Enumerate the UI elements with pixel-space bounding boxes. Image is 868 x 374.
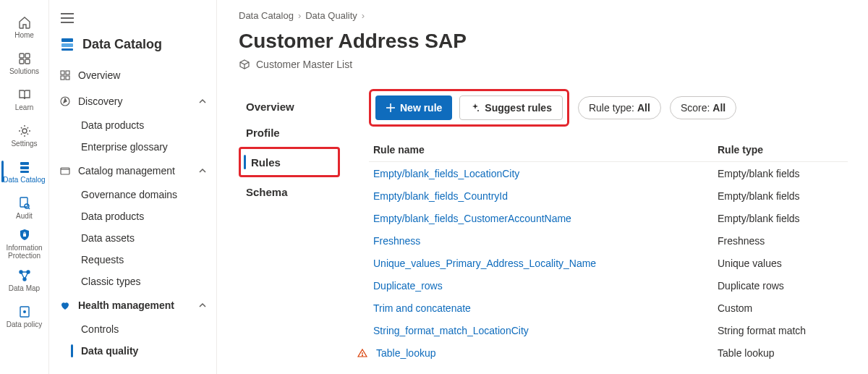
nav-data-assets[interactable]: Data assets — [49, 227, 216, 249]
chevron-right-icon: › — [298, 10, 301, 21]
nav-gov-domains[interactable]: Governance domains — [49, 184, 216, 205]
folder-icon — [59, 165, 71, 177]
rules-panel: New rule Suggest rules Rule type: All Sc… — [369, 89, 848, 364]
svg-point-16 — [23, 310, 26, 313]
heart-pulse-icon — [59, 299, 71, 311]
svg-rect-5 — [20, 162, 29, 165]
table-row: String_format_match_LocationCityString f… — [369, 319, 848, 341]
table-row: Table_lookupTable lookup — [369, 341, 848, 364]
main-content: Data Catalog › Data Quality › Customer A… — [217, 0, 868, 374]
policy-icon — [17, 305, 32, 319]
rule-link[interactable]: String_format_match_LocationCity — [369, 325, 718, 336]
col-rule-name[interactable]: Rule name — [369, 144, 718, 156]
tab-schema[interactable]: Schema — [239, 179, 340, 205]
rule-link[interactable]: Unique_values_Primary_Address_Locality_N… — [369, 258, 718, 269]
nav-catalog-mgmt[interactable]: Catalog management — [49, 158, 216, 184]
new-rule-button[interactable]: New rule — [375, 95, 452, 120]
nav-classic-types[interactable]: Classic types — [49, 271, 216, 292]
search-file-icon — [17, 196, 32, 211]
chevron-right-icon: › — [362, 10, 365, 21]
tab-overview[interactable]: Overview — [239, 93, 340, 119]
table-row: Empty/blank_fields_CountryIdEmpty/blank … — [369, 184, 848, 207]
rule-type-cell: Custom — [718, 302, 848, 314]
rule-link[interactable]: Empty/blank_fields_LocationCity — [369, 168, 718, 179]
nav-cm-data-products[interactable]: Data products — [49, 205, 216, 227]
nav-requests[interactable]: Requests — [49, 249, 216, 271]
rail-home[interactable]: Home — [0, 9, 49, 45]
svg-rect-24 — [66, 71, 69, 75]
network-icon — [17, 268, 32, 283]
tab-profile[interactable]: Profile — [239, 119, 340, 145]
nav-data-quality[interactable]: Data quality — [49, 340, 216, 362]
hamburger-icon[interactable] — [61, 13, 74, 23]
table-row: Duplicate_rowsDuplicate rows — [369, 274, 848, 297]
svg-rect-0 — [20, 54, 24, 58]
rule-link[interactable]: Duplicate_rows — [369, 280, 718, 292]
rail-learn[interactable]: Learn — [0, 81, 49, 117]
nav-discovery-glossary[interactable]: Enterprise glossary — [49, 136, 216, 158]
nav-title-row: Data Catalog — [49, 29, 216, 62]
home-icon — [17, 15, 32, 30]
svg-rect-6 — [20, 166, 29, 169]
overview-icon — [59, 69, 71, 81]
chevron-up-icon — [197, 300, 208, 310]
table-body: Empty/blank_fields_LocationCityEmpty/bla… — [369, 162, 848, 364]
filter-score[interactable]: Score: All — [670, 96, 736, 119]
book-icon — [17, 88, 32, 102]
chevron-up-icon — [197, 166, 208, 176]
rule-link[interactable]: Trim and concatenate — [369, 302, 718, 314]
svg-line-10 — [28, 208, 30, 209]
catalog-color-icon — [59, 36, 75, 52]
table-row: Empty/blank_fields_CustomerAccountNameEm… — [369, 207, 848, 229]
warning-icon — [357, 348, 367, 358]
sparkle-icon — [470, 103, 480, 113]
crumb-data-quality[interactable]: Data Quality — [305, 10, 357, 21]
nav-discovery-data-products[interactable]: Data products — [49, 114, 216, 136]
cube-icon — [239, 59, 250, 70]
suggest-rules-button[interactable]: Suggest rules — [459, 95, 563, 120]
highlight-rule-buttons: New rule Suggest rules — [369, 89, 569, 127]
highlight-rules-tab: Rules — [239, 147, 340, 177]
rule-link[interactable]: Table_lookup — [369, 347, 718, 359]
table-row: Empty/blank_fields_LocationCityEmpty/bla… — [369, 162, 848, 184]
page-title: Customer Address SAP — [239, 30, 848, 53]
col-rule-type[interactable]: Rule type — [718, 144, 848, 156]
svg-rect-7 — [20, 171, 29, 173]
svg-point-31 — [477, 110, 479, 111]
table-row: Trim and concatenateCustom — [369, 297, 848, 319]
crumb-data-catalog[interactable]: Data Catalog — [239, 10, 294, 21]
rail-solutions[interactable]: Solutions — [0, 45, 49, 81]
rule-type-cell: String format match — [718, 325, 848, 336]
table-header: Rule name Rule type — [369, 138, 848, 162]
svg-rect-28 — [61, 168, 69, 174]
rail-data-policy[interactable]: Data policy — [0, 298, 49, 334]
rail-data-catalog[interactable]: Data Catalog — [0, 153, 49, 190]
nav-health-mgmt[interactable]: Health management — [49, 292, 216, 318]
svg-point-4 — [22, 129, 27, 133]
filter-rule-type[interactable]: Rule type: All — [578, 96, 661, 119]
left-nav: Data Catalog Overview Discovery Data pro… — [49, 0, 217, 374]
nav-controls[interactable]: Controls — [49, 318, 216, 340]
rail-settings[interactable]: Settings — [0, 117, 49, 153]
rail-info-protection[interactable]: Information Protection — [0, 226, 49, 262]
shield-lock-icon — [17, 228, 32, 242]
rail-data-map[interactable]: Data Map — [0, 262, 49, 298]
rule-link[interactable]: Empty/blank_fields_CountryId — [369, 190, 718, 202]
svg-rect-3 — [25, 59, 30, 64]
plus-icon — [386, 103, 396, 113]
rule-link[interactable]: Empty/blank_fields_CustomerAccountName — [369, 213, 718, 224]
svg-rect-20 — [61, 38, 73, 42]
breadcrumb: Data Catalog › Data Quality › — [239, 10, 848, 21]
svg-rect-26 — [66, 76, 69, 80]
svg-rect-21 — [61, 43, 73, 47]
nav-discovery[interactable]: Discovery — [49, 88, 216, 114]
svg-rect-22 — [61, 48, 73, 51]
rail-audit[interactable]: Audit — [0, 190, 49, 226]
rule-type-cell: Table lookup — [718, 347, 848, 359]
rule-type-cell: Empty/blank fields — [718, 213, 848, 224]
tab-rules[interactable]: Rules — [244, 149, 335, 175]
rule-type-cell: Empty/blank fields — [718, 190, 848, 202]
svg-rect-23 — [61, 71, 64, 75]
nav-overview[interactable]: Overview — [49, 62, 216, 88]
rule-link[interactable]: Freshness — [369, 235, 718, 247]
